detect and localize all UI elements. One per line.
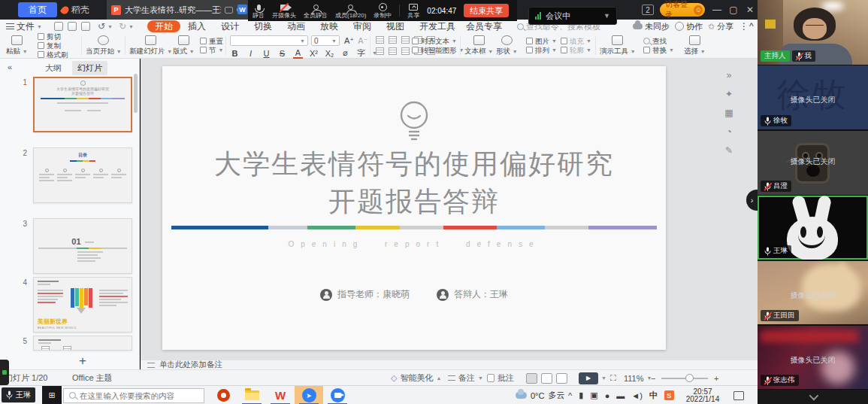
align-right-button[interactable] [401,47,410,55]
arrange-button[interactable]: 排列▼ [526,47,557,54]
share-screen-button[interactable]: 共享 [407,3,419,19]
new-slide-button[interactable]: 新建幻灯片 ▼ [129,33,172,58]
file-menu[interactable]: 文件▼ [6,20,42,33]
meeting-mini-widget[interactable]: 王琳 [2,387,35,402]
align-text-button[interactable]: 对齐文本▼ [412,38,464,45]
minimize-button[interactable]: — [709,0,724,20]
slide-title-line1[interactable]: 大学生表情符号的使用偏好研究 [162,146,666,183]
ribbon-tab-view[interactable]: 视图 [383,20,407,32]
taskbar-search-input[interactable] [80,391,192,400]
video-tile-active-speaker[interactable]: 王琳 [758,196,868,260]
bold-button[interactable]: B [230,49,240,58]
ribbon-tab-vip[interactable]: 会员专享 [463,20,505,32]
weather-widget[interactable]: 0°C 多云 [516,386,564,404]
panel-collapse-icon[interactable]: » [723,69,735,81]
shapes-button[interactable]: 形状 ▼ [496,33,518,58]
font-color-button[interactable]: A [293,48,303,59]
ribbon-tab-start[interactable]: 开始 [147,20,180,32]
video-tile[interactable]: 摄像头已关闭 王田田 [758,261,868,324]
align-left-button[interactable] [376,47,384,55]
bullet-list-button[interactable] [376,36,384,44]
add-slide-button[interactable]: + [33,354,132,369]
reading-view-button[interactable] [556,373,567,384]
paste-button[interactable]: 粘贴 ▼ [6,33,28,58]
annotate-panel-icon[interactable]: ✎ [723,144,735,156]
sync-status[interactable]: 未同步 [633,20,670,33]
find-button[interactable]: 查找 [643,38,674,45]
start-button[interactable]: ⊞ [42,386,62,404]
sorter-view-button[interactable] [541,373,552,384]
tab-docer[interactable]: 稻壳 [62,2,89,17]
number-list-button[interactable] [389,36,397,44]
slide-subtitle-en[interactable]: Opening report defense [162,240,666,248]
slide-title-line2[interactable]: 开题报告答辩 [162,184,666,220]
tab-slides[interactable]: 幻灯片 [72,61,107,75]
undo-button[interactable]: ↺▼ [98,20,113,33]
format-painter-button[interactable]: 格式刷 [38,51,68,59]
ribbon-tab-slideshow[interactable]: 放映 [317,20,341,32]
ime-icon[interactable]: 中 [649,390,658,401]
beautify-button[interactable]: ◇ 智能美化▲ [391,370,441,386]
copy-button[interactable]: 复制 [38,42,68,50]
action-center-button[interactable] [733,386,744,404]
ribbon-tab-design[interactable]: 设计 [218,20,242,32]
text-effect-button[interactable]: 字 [356,47,366,59]
history-panel-icon[interactable]: ◔ [723,126,735,138]
close-button[interactable]: ✕ [742,0,758,20]
to-smartart-button[interactable]: 转智能图形▼ [412,47,464,54]
more-menu[interactable]: ⋮ [739,20,749,33]
decrease-font-button[interactable]: A⁻ [358,36,367,46]
video-tile[interactable]: 徐牧 摄像头已关闭 徐牧 [758,65,868,129]
replace-button[interactable]: 替换▼ [643,47,674,54]
taskbar-office-icon[interactable] [209,386,237,404]
slide-thumbnail-5[interactable] [33,336,132,351]
slide-thumbnail-2[interactable]: 目录 [33,147,132,203]
taskbar-clock[interactable]: 20:57 2022/1/14 [681,386,724,404]
ribbon-tab-animation[interactable]: 动画 [284,20,308,32]
ribbon-tab-insert[interactable]: 插入 [185,20,209,32]
save-button[interactable] [54,20,63,33]
zoom-slider-knob[interactable] [685,374,694,382]
increase-font-button[interactable]: A⁺ [344,36,354,46]
slide-thumbnail-3[interactable]: 01 [33,218,132,274]
tab-home[interactable]: 首页 [18,2,57,17]
normal-view-button[interactable] [526,373,537,384]
meeting-status-widget[interactable]: 会议中 ▼ [528,7,617,25]
qq-icon[interactable]: ● [605,391,610,400]
recording-button[interactable]: 录制中 [374,3,392,19]
video-tile[interactable]: 摄像头已关闭 吕澄 [758,131,868,195]
zoom-level[interactable]: 111%▼ [624,370,652,386]
print-button[interactable] [68,20,77,33]
ribbon-tab-transition[interactable]: 切换 [251,20,275,32]
collab-button[interactable]: 协作 [675,20,703,33]
screenshot-icon[interactable]: ▣ [590,390,597,400]
layout-button[interactable]: 版式 ▼ [173,33,195,58]
current-slide[interactable]: 大学生表情符号的使用偏好研究 开题报告答辩 Opening report def… [162,66,666,350]
taskbar-meeting-icon[interactable] [323,386,352,404]
video-tile-host[interactable]: 主持人 我 [758,0,868,65]
subscript-button[interactable]: X₂ [325,49,334,58]
volume-icon[interactable]: ◄) [631,391,643,400]
sogou-icon[interactable]: S [664,390,674,400]
ribbon-tab-review[interactable]: 审阅 [350,20,374,32]
window-count-badge[interactable]: 2 [642,5,654,15]
tab-document[interactable]: P 大学生表情符..研究——王琳 [107,0,250,20]
zoom-in-button[interactable]: + [714,370,718,386]
zoom-out-button[interactable]: − [651,370,655,386]
picture-button[interactable]: 图片▼ [526,38,557,45]
reset-button[interactable]: 重置 [200,38,223,45]
collapse-panel-button[interactable]: « [8,62,12,71]
tray-expand-icon[interactable]: ^ [568,391,572,400]
play-from-current-button[interactable]: 当页开始 ▼ [86,33,122,58]
guest-login-button[interactable]: 访客登录 ☺ [660,3,705,17]
clear-format-button[interactable]: ⌀ [340,48,350,58]
maximize-button[interactable]: ▢ [726,0,741,20]
scroll-participants-button[interactable] [758,390,868,404]
docked-widget[interactable] [0,360,9,385]
superscript-button[interactable]: X² [309,49,319,58]
mute-all-button[interactable]: 全员静音 [304,3,328,19]
phone-icon[interactable]: ▮ [579,390,583,400]
notes-bar[interactable]: 单击此处添加备注 [141,360,758,369]
camera-icon[interactable]: ▬ [616,391,625,400]
share-button[interactable]: ✩ 分享 [708,20,733,33]
